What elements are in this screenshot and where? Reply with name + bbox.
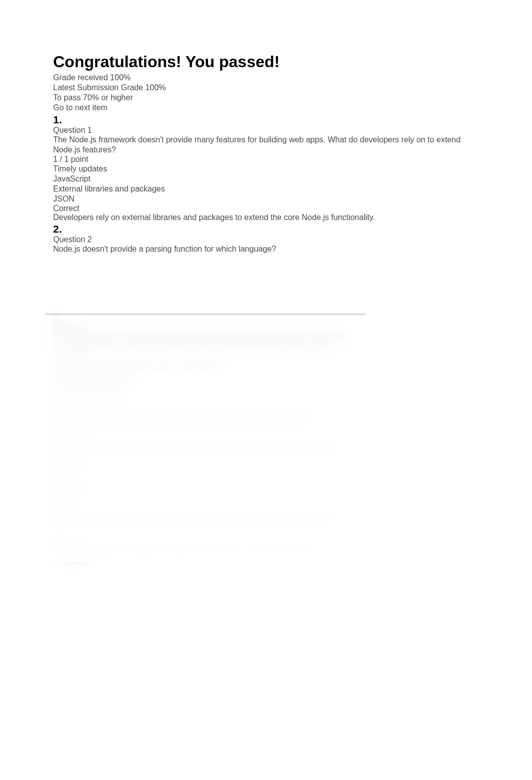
- blurred-line: describing a XML into JavaScript. They m…: [53, 341, 374, 351]
- blurred-label: Question 5: [53, 534, 374, 544]
- latest-submission-label: Latest Submission Grade: [53, 83, 143, 92]
- blurred-feedback: xml2js is a Node.js package parses a str…: [53, 514, 374, 524]
- answer-option[interactable]: External libraries and packages: [53, 184, 479, 194]
- blurred-option: xml2js: [53, 494, 374, 504]
- blurred-content: 3. Question 3 The disadvantage of repres…: [53, 311, 374, 556]
- feedback-text: Developers rely on external libraries an…: [53, 213, 479, 222]
- blurred-option: To state the XML tags: [53, 382, 374, 392]
- next-item-link[interactable]: Go to next item: [53, 103, 108, 112]
- blurred-correct: Correct: [53, 402, 374, 412]
- grade-value: 100%: [110, 73, 131, 82]
- blurred-label: Question 4: [53, 433, 374, 443]
- blurred-line: What web application framework is based …: [53, 544, 374, 554]
- question-label: Question 2: [53, 235, 479, 244]
- blurred-points: 1 / 1 point: [53, 351, 374, 361]
- answer-option[interactable]: Timely updates: [53, 164, 479, 174]
- answer-option[interactable]: JavaScript: [53, 174, 479, 184]
- blurred-points: 1 / 1 point: [53, 554, 374, 564]
- answer-option[interactable]: JSON: [53, 194, 479, 204]
- question-number: 2.: [53, 223, 479, 235]
- question-text: Node.js doesn't provide a parsing functi…: [53, 244, 474, 254]
- blurred-line: Which Node.js package converts a string …: [53, 443, 374, 453]
- grade-label: Grade received: [53, 73, 108, 82]
- blurred-label: Question 3: [53, 321, 374, 331]
- blurred-qnum: 4.: [53, 423, 374, 433]
- page-title: Congratulations! You passed!: [53, 53, 479, 71]
- blurred-option: To XML into element: [53, 392, 374, 402]
- blurred-correct: Correct: [53, 504, 374, 514]
- blurred-option: To represent string matching it not to m…: [53, 361, 374, 371]
- blurred-option: xjs: [53, 473, 374, 483]
- to-pass-value: 70% or higher: [83, 93, 133, 102]
- paywall-shadow: [45, 313, 366, 316]
- question-text: The Node.js framework doesn't provide ma…: [53, 135, 474, 155]
- blurred-option: Async.js: [53, 463, 374, 473]
- question-number: 1.: [53, 114, 479, 126]
- latest-submission-value: 100%: [145, 83, 166, 92]
- blurred-qnum: 5.: [53, 524, 374, 534]
- blurred-points: 1 / 1 point: [53, 453, 374, 463]
- to-pass-label: To pass: [53, 93, 81, 102]
- blurred-option: Express.js: [53, 483, 374, 493]
- blurred-option: To state writing function: [53, 372, 374, 382]
- question-points: 1 / 1 point: [53, 155, 479, 164]
- question-label: Question 1: [53, 126, 479, 135]
- blurred-feedback: String matching might be more efficient …: [53, 413, 374, 423]
- correct-badge: Correct: [53, 204, 479, 213]
- blurred-line: The disadvantage of representation state…: [53, 331, 374, 341]
